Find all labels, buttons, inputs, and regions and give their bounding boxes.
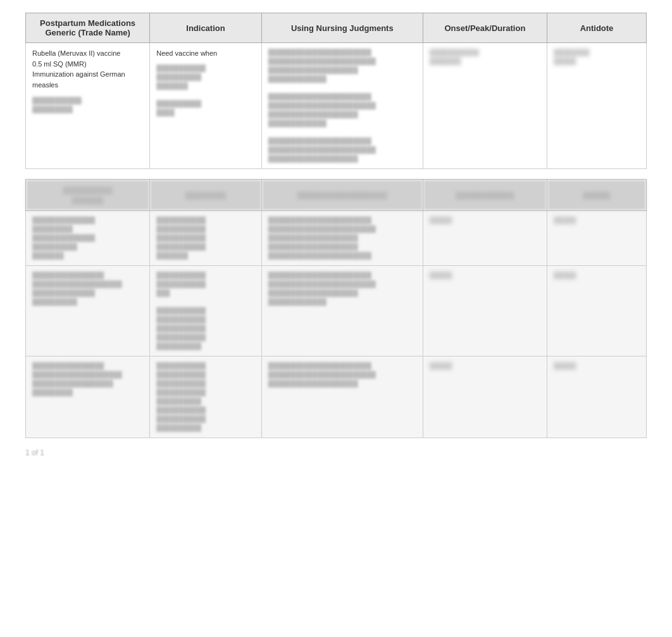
- cell-b-ind-2: ███████████ ███████████ ███ ███████████ …: [150, 266, 262, 356]
- header-nursing: Using Nursing Judgments: [261, 13, 423, 43]
- header2-col5: ██████: [547, 180, 647, 211]
- cell-onset-1: ███████████ ███████: [423, 43, 547, 169]
- cell-indication-1: Need vaccine when ███████████ ██████████…: [150, 43, 262, 169]
- header2-col3: ████████████████████: [261, 180, 423, 211]
- medication-desc-2: measles: [32, 80, 143, 91]
- cell-b-nur-2: ███████████████████████ ████████████████…: [261, 266, 423, 356]
- header2-col1: ██████████████████: [26, 180, 150, 211]
- cell-nursing-1: ███████████████████████ ████████████████…: [261, 43, 423, 169]
- nursing-content: ███████████████████████ ████████████████…: [268, 48, 416, 163]
- cell-b-ant-2: █████: [547, 266, 647, 356]
- indication-extra: ███████████ ██████████ ███████ █████████…: [156, 64, 255, 117]
- cell-b-nur-1: ███████████████████████ ████████████████…: [261, 211, 423, 266]
- cell-b-ant-1: █████: [547, 211, 647, 266]
- cell-b-onset-3: █████: [423, 356, 547, 438]
- medications-table-2: ██████████████████ █████████ ███████████…: [25, 179, 647, 438]
- cell-b-med-3: ████████████████ ████████████████████ ██…: [26, 356, 150, 438]
- cell-b-nur-3: ███████████████████████ ████████████████…: [261, 356, 423, 438]
- medication-name: Rubella (Meruvax II) vaccine: [32, 48, 143, 59]
- table-row: Rubella (Meruvax II) vaccine 0.5 ml SQ (…: [26, 43, 647, 169]
- indication-text: Need vaccine when: [156, 48, 255, 59]
- table-row: ██████████████ █████████ ██████████████ …: [26, 211, 647, 266]
- antidote-content: ████████ █████: [554, 48, 640, 66]
- header-onset: Onset/Peak/Duration: [423, 13, 547, 43]
- medication-dose: 0.5 ml SQ (MMR): [32, 59, 143, 70]
- table-row: ████████████████ ████████████████████ ██…: [26, 266, 647, 356]
- page-number: 1 of 1: [25, 448, 647, 457]
- header2-col4: █████████████: [423, 180, 547, 211]
- medication-desc-1: Immunization against German: [32, 69, 143, 80]
- medication-extra: ███████████ █████████: [32, 96, 143, 114]
- page-container: Postpartum Medications Generic (Trade Na…: [0, 0, 672, 470]
- cell-b-ind-1: ███████████ ███████████ ███████████ ████…: [150, 211, 262, 266]
- cell-b-med-2: ████████████████ ████████████████████ ██…: [26, 266, 150, 356]
- medications-table-1: Postpartum Medications Generic (Trade Na…: [25, 13, 647, 169]
- header-medication: Postpartum Medications Generic (Trade Na…: [26, 13, 150, 43]
- cell-medication-1: Rubella (Meruvax II) vaccine 0.5 ml SQ (…: [26, 43, 150, 169]
- cell-b-onset-2: █████: [423, 266, 547, 356]
- header-indication: Indication: [150, 13, 262, 43]
- cell-b-ind-3: ███████████ ███████████ ███████████ ████…: [150, 356, 262, 438]
- cell-b-onset-1: █████: [423, 211, 547, 266]
- onset-content: ███████████ ███████: [430, 48, 540, 66]
- header-antidote: Antidote: [547, 13, 647, 43]
- cell-antidote-1: ████████ █████: [547, 43, 647, 169]
- cell-b-ant-3: █████: [547, 356, 647, 438]
- cell-b-med-1: ██████████████ █████████ ██████████████ …: [26, 211, 150, 266]
- header2-col2: █████████: [150, 180, 262, 211]
- table-row: ████████████████ ████████████████████ ██…: [26, 356, 647, 438]
